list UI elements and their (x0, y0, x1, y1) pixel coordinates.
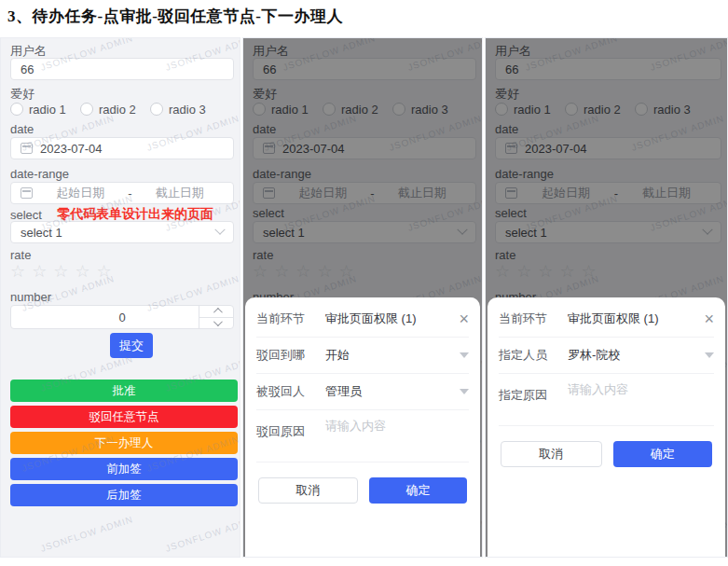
radio-option-2[interactable]: radio 2 (80, 103, 150, 117)
rejected-person-label: 被驳回人 (256, 383, 314, 400)
close-icon[interactable]: × (704, 311, 714, 327)
hobby-radio-group: radio 1 radio 2 radio 3 (10, 102, 220, 117)
current-step-value: 审批页面权限 (1) (325, 311, 459, 327)
form-panel-right: JSONFLOW ADMINJSONFLOW ADMINJSONFLOW ADM… (485, 37, 728, 558)
modal-buttons: 取消 确定 (499, 426, 714, 467)
close-icon[interactable]: × (459, 311, 469, 327)
range-end-placeholder: 截止日期 (136, 185, 224, 201)
approve-button[interactable]: 批准 (10, 380, 238, 402)
reject-reason-placeholder: 请输入内容 (325, 418, 469, 435)
dropdown-caret-icon (705, 352, 714, 358)
current-step-label: 当前环节 (499, 311, 556, 327)
cancel-button[interactable]: 取消 (258, 477, 358, 504)
chevron-down-icon (213, 317, 222, 326)
rejected-person-value: 管理员 (325, 383, 460, 400)
modal-buttons: 取消 确定 (256, 462, 469, 504)
select-value: select 1 (21, 226, 62, 240)
calendar-icon (21, 143, 33, 154)
rate-stars: ☆ ☆ ☆ ☆ ☆ (10, 263, 112, 280)
submit-button[interactable]: 提交 (110, 333, 153, 358)
reject-to-label: 驳回到哪 (256, 347, 314, 364)
reject-to-select[interactable]: 驳回到哪 开始 (256, 338, 469, 374)
reject-reason-field[interactable]: 驳回原因 请输入内容 (256, 410, 469, 462)
number-spinner (199, 306, 233, 328)
rejected-person-select[interactable]: 被驳回人 管理员 (256, 374, 469, 410)
page-title: 3、待办任务-点审批-驳回任意节点-下一办理人 (7, 6, 343, 27)
date-value: 2023-07-04 (40, 142, 103, 156)
star-icon[interactable]: ☆ (10, 263, 25, 280)
date-range-input[interactable]: 起始日期 - 截止日期 (10, 182, 234, 204)
number-label: number (10, 290, 51, 304)
number-value: 0 (118, 311, 125, 324)
star-icon[interactable]: ☆ (97, 263, 112, 280)
dropdown-caret-icon (460, 352, 469, 358)
form-panel-middle: JSONFLOW ADMINJSONFLOW ADMINJSONFLOW ADM… (242, 37, 483, 558)
increment-button[interactable] (199, 306, 233, 317)
hobby-label: 爱好 (10, 86, 34, 103)
star-icon[interactable]: ☆ (53, 263, 68, 280)
range-start-placeholder: 起始日期 (36, 185, 124, 201)
username-input[interactable]: 66 (10, 58, 234, 80)
select-input[interactable]: select 1 (10, 221, 234, 243)
number-input[interactable]: 0 (10, 305, 234, 329)
calendar-icon (21, 187, 33, 199)
reject-to-value: 开始 (325, 347, 460, 364)
date-input[interactable]: 2023-07-04 (10, 137, 234, 159)
assign-reason-label: 指定原因 (499, 387, 556, 404)
dropdown-caret-icon (460, 389, 469, 394)
assign-modal: 当前环节 审批页面权限 (1) × 指定人员 罗林-院校 指定原因 请输入内容 … (488, 297, 725, 557)
assign-reason-placeholder: 请输入内容 (568, 381, 714, 398)
cancel-button[interactable]: 取消 (501, 441, 602, 467)
modal-row-current-step: 当前环节 审批页面权限 (1) × (256, 301, 469, 338)
current-step-label: 当前环节 (256, 311, 314, 327)
star-icon[interactable]: ☆ (75, 263, 89, 280)
reject-modal: 当前环节 审批页面权限 (1) × 驳回到哪 开始 被驳回人 管理员 驳回原因 … (245, 297, 480, 557)
assign-reason-field[interactable]: 指定原因 请输入内容 (499, 374, 714, 426)
radio-icon (80, 103, 93, 116)
range-separator: - (128, 186, 131, 200)
confirm-button[interactable]: 确定 (369, 477, 467, 504)
reject-reason-label: 驳回原因 (256, 423, 314, 440)
decrement-button[interactable] (199, 317, 233, 329)
date-label: date (10, 122, 34, 136)
radio-option-1[interactable]: radio 1 (10, 103, 80, 117)
screenshot-page: 3、待办任务-点审批-驳回任意节点-下一办理人 JSONFLOW ADMINJS… (0, 0, 728, 566)
form: 用户名 66 爱好 radio 1 radio 2 radio 3 date 2… (1, 38, 240, 557)
assignee-label: 指定人员 (499, 347, 556, 364)
reject-any-node-button[interactable]: 驳回任意节点 (10, 406, 238, 428)
confirm-button[interactable]: 确定 (613, 441, 713, 467)
modal-row-current-step: 当前环节 审批页面权限 (1) × (499, 301, 714, 338)
front-addsign-button[interactable]: 前加签 (10, 458, 238, 480)
assignee-value: 罗林-院校 (568, 347, 705, 364)
form-panel-left: JSONFLOW ADMINJSONFLOW ADMINJSONFLOW ADM… (0, 37, 240, 558)
chevron-down-icon (214, 225, 225, 235)
date-range-label: date-range (10, 167, 69, 181)
back-addsign-button[interactable]: 后加签 (10, 484, 238, 506)
rate-label: rate (10, 248, 31, 262)
current-step-value: 审批页面权限 (1) (568, 311, 704, 327)
select-label: select (10, 208, 42, 222)
assignee-select[interactable]: 指定人员 罗林-院校 (499, 338, 714, 374)
radio-option-3[interactable]: radio 3 (150, 103, 220, 117)
radio-icon (150, 103, 163, 116)
star-icon[interactable]: ☆ (32, 263, 47, 280)
radio-icon (10, 103, 23, 116)
username-value: 66 (21, 62, 34, 76)
next-handler-button[interactable]: 下一办理人 (10, 432, 238, 454)
